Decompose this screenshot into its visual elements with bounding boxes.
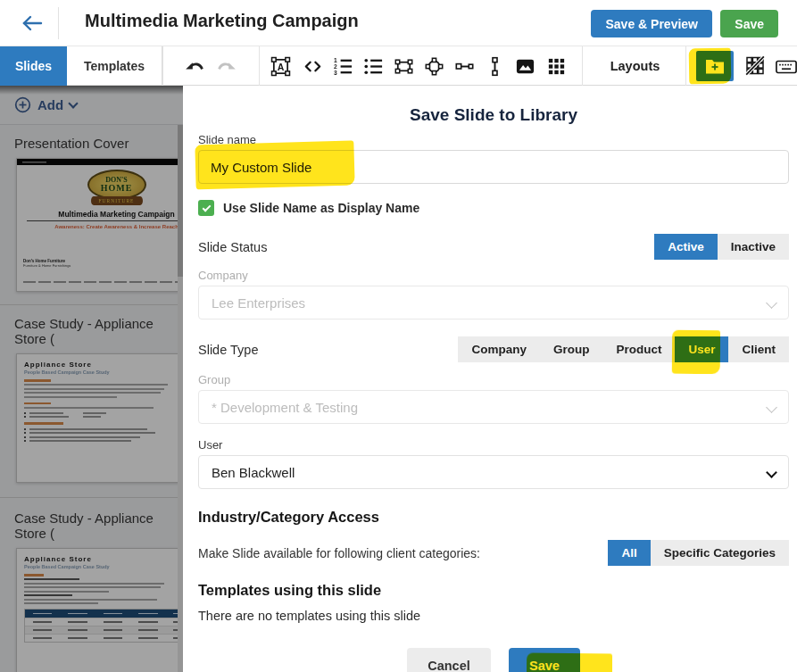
image-icon[interactable] — [514, 55, 535, 77]
type-option-group[interactable]: Group — [540, 336, 603, 362]
company-select[interactable]: Lee Enterprises — [198, 286, 789, 319]
toolbar-divider — [582, 46, 583, 86]
svg-text:A: A — [277, 61, 284, 71]
vertical-line-icon[interactable] — [484, 55, 505, 77]
header-bar: Multimedia Marketing Campaign Save & Pre… — [0, 0, 797, 46]
bullet-list-icon[interactable] — [362, 55, 384, 77]
cancel-button[interactable]: Cancel — [407, 648, 491, 672]
type-option-product[interactable]: Product — [602, 336, 675, 362]
group-label: Group — [198, 373, 789, 386]
user-label: User — [198, 438, 789, 452]
categories-option-all[interactable]: All — [608, 540, 650, 566]
slide-name-label: Slide name — [198, 133, 789, 146]
company-label: Company — [198, 269, 789, 282]
group-select[interactable]: * Development & Testing — [198, 390, 789, 424]
categories-label: Make Slide available for following clien… — [198, 546, 480, 560]
app-window: Multimedia Marketing Campaign Save & Pre… — [0, 0, 797, 672]
page-title: Multimedia Marketing Campaign — [85, 11, 359, 31]
chevron-down-icon — [766, 402, 777, 413]
status-option-active[interactable]: Active — [654, 234, 718, 260]
back-arrow-icon — [21, 13, 44, 33]
save-slide-modal: Save Slide to Library Slide name Use Sli… — [183, 86, 797, 672]
modal-title: Save Slide to Library — [198, 105, 789, 125]
add-plus-icon — [14, 96, 31, 113]
tab-templates[interactable]: Templates — [67, 46, 162, 86]
slide-status-label: Slide Status — [198, 240, 267, 254]
slide-type-toggle: Company Group Product User Client — [458, 336, 789, 362]
shape-ellipse-icon[interactable] — [423, 55, 444, 77]
categories-option-specific[interactable]: Specific Categories — [651, 540, 789, 566]
slide-status-toggle: Active Inactive — [654, 234, 789, 260]
toolbar-divider — [685, 46, 686, 86]
status-option-inactive[interactable]: Inactive — [718, 234, 789, 260]
templates-heading: Templates using this slide — [198, 582, 789, 599]
editor-toolbar: Slides Templates A 123 — [0, 46, 797, 86]
sidebar-divider — [0, 304, 183, 305]
type-option-client[interactable]: Client — [728, 336, 789, 362]
add-to-library-folder-icon — [705, 58, 725, 74]
checkbox-checked-icon[interactable] — [198, 200, 214, 216]
text-box-icon[interactable]: A — [270, 55, 291, 77]
slides-sidebar: Add Presentation Cover DON'S HOME FURNIT… — [0, 86, 183, 672]
modal-save-button[interactable]: Save — [509, 648, 580, 672]
chevron-down-icon — [69, 98, 79, 108]
type-option-user[interactable]: User — [675, 336, 728, 362]
industry-category-heading: Industry/Category Access — [198, 509, 789, 526]
use-slide-name-checkbox-row[interactable]: Use Slide Name as Display Name — [198, 200, 789, 216]
cover-client-block: Don's Home Furniture Furniture & Home Fu… — [23, 259, 71, 268]
templates-empty-text: There are no templates using this slide — [198, 609, 789, 623]
redo-icon[interactable] — [216, 55, 237, 77]
toolbar-divider — [162, 46, 163, 86]
layouts-button[interactable]: Layouts — [585, 46, 685, 86]
checkbox-label: Use Slide Name as Display Name — [223, 201, 419, 215]
chevron-down-icon — [766, 467, 777, 478]
ordered-list-icon[interactable]: 123 — [332, 55, 353, 77]
toolbar-divider — [259, 46, 260, 86]
slide-section-label: Case Study - Appliance Store ( — [14, 316, 183, 346]
type-option-company[interactable]: Company — [458, 336, 540, 362]
slide-section-label: Presentation Cover — [14, 136, 183, 151]
user-select[interactable]: Ben Blackwell — [198, 455, 789, 489]
shape-rect-icon[interactable] — [393, 55, 414, 77]
header-save-button[interactable]: Save — [720, 10, 778, 37]
slide-section-label: Case Study - Appliance Store ( — [14, 510, 183, 541]
keyboard-icon[interactable] — [776, 56, 797, 78]
categories-toggle: All Specific Categories — [608, 540, 789, 566]
add-slide-button[interactable]: Add — [0, 86, 183, 125]
grid-icon[interactable] — [545, 55, 567, 77]
sidebar-divider — [0, 497, 183, 498]
chevron-down-icon — [766, 297, 777, 309]
undo-icon[interactable] — [184, 55, 205, 77]
slide-name-input[interactable] — [198, 150, 789, 184]
header-divider — [58, 7, 59, 39]
svg-text:3: 3 — [333, 69, 336, 75]
slide-type-label: Slide Type — [198, 343, 258, 357]
add-label: Add — [37, 97, 63, 112]
save-slide-to-library-button[interactable] — [696, 51, 734, 81]
tab-slides[interactable]: Slides — [0, 46, 67, 86]
connector-icon[interactable] — [453, 55, 475, 77]
back-button[interactable] — [14, 9, 50, 37]
code-icon[interactable] — [302, 55, 323, 77]
no-grid-icon[interactable] — [744, 54, 766, 76]
case-study-mini-table — [24, 609, 202, 643]
save-and-preview-button[interactable]: Save & Preview — [591, 10, 712, 37]
